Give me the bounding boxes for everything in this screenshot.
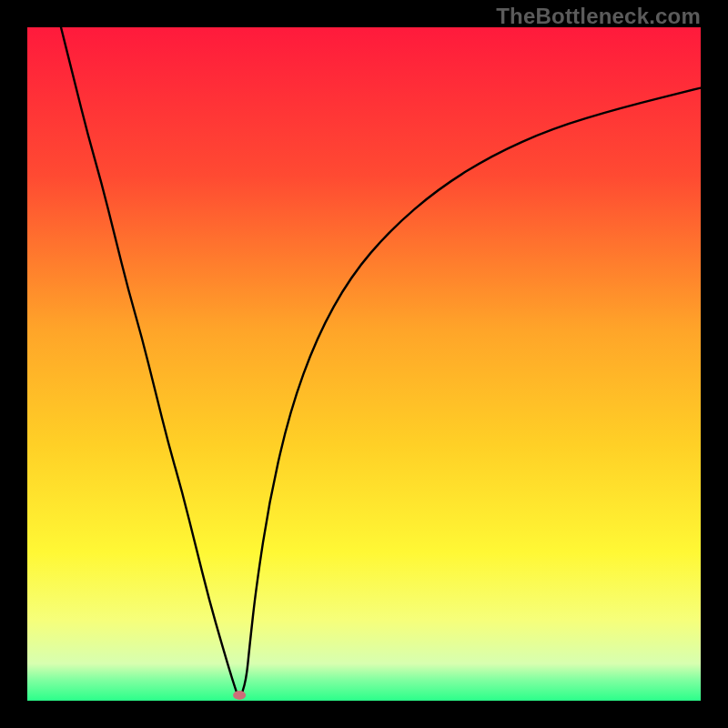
watermark-text: TheBottleneck.com (496, 4, 701, 29)
chart-canvas (27, 27, 701, 701)
chart-background (27, 27, 701, 701)
chart-frame: TheBottleneck.com (0, 0, 728, 728)
min-marker (233, 691, 246, 700)
chart-svg (27, 27, 701, 701)
